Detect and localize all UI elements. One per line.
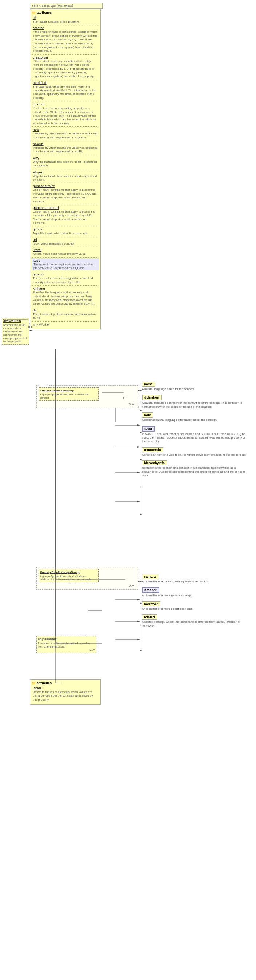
attr-uri: uri A URI which identifies a concept.: [32, 238, 99, 246]
svg-marker-28: [138, 639, 140, 640]
concept-rel-group-box: ConceptRelationshipsGroup A group of pro…: [38, 569, 99, 582]
attributes-label: attributes: [37, 11, 52, 14]
concept-rel-desc: A group of properties required to indica…: [40, 574, 97, 581]
right-item-broader: broader An identifier of a more generic …: [142, 587, 249, 597]
attr-type: type The type of the concept assigned as…: [32, 258, 99, 271]
concept-def-desc: A group of properties required to define…: [40, 393, 97, 399]
attr-typeuri: typeuri The type of the concept assigned…: [32, 272, 99, 285]
bottom-attributes-header: 📁 attributes: [32, 681, 99, 685]
svg-marker-20: [138, 501, 140, 502]
any-other-bottom-desc: Extension point for provider-defined pro…: [38, 642, 95, 648]
main-attributes-box: 📁 attributes id The natural identifier o…: [30, 9, 101, 329]
bottom-attributes-box: 📁 attributes idrefs Refers to the ids of…: [30, 679, 101, 705]
concept-rel-multiplicity: 0..∞: [38, 584, 134, 587]
right-item-definition: definition A natural language definition…: [142, 395, 249, 409]
sequence-indicator: ─── ···: [38, 383, 50, 386]
any-other-bottom-label: any ##other: [38, 637, 95, 641]
attr-custom: custom If set to true the corresponding …: [32, 102, 99, 126]
title-text: FlexT1PropType (extension): [32, 4, 73, 8]
bottom-folder-icon: 📁: [32, 681, 36, 685]
concept-rel-title: ConceptRelationshipsGroup: [40, 571, 97, 574]
any-other-bottom-box: any ##other Extension point for provider…: [36, 636, 96, 653]
right-item-note: note Additional natural language informa…: [142, 412, 249, 422]
concept-def-group-box: ConceptDefinitionGroup A group of proper…: [38, 387, 99, 401]
right-item-facet: facet In NAR 1.8 and later, facet is dep…: [142, 426, 249, 444]
svg-marker-3: [30, 330, 33, 331]
diagram-container: FlexT1PropType (extension) 📁 attributes …: [0, 0, 256, 980]
right-item-remoteinfo: remoteInfo A link to an item or a web re…: [142, 447, 249, 457]
right-panel-def: name A natural language name for the con…: [142, 382, 249, 481]
svg-marker-14: [138, 425, 140, 426]
attr-creator: creator If the property value is not def…: [32, 26, 99, 53]
attr-howuri: howuri Indicates by which means the valu…: [32, 142, 99, 154]
folder-icon: 📁: [32, 11, 36, 14]
derived-from-connector: [28, 316, 39, 327]
attr-qcode: qcode A qualified code which identifies …: [32, 227, 99, 235]
bottom-attributes-label: attributes: [37, 681, 52, 685]
attr-idrefs: idrefs Refers to the ids of elements whi…: [32, 686, 99, 702]
attr-pubconstrainturi: pubconstrainturi One or many constraints…: [32, 206, 99, 226]
attr-whyuri: whyuri Why the metadata has been include…: [32, 170, 99, 182]
right-item-hierarchyinfo: hierarchyInfo Represents the position of…: [142, 460, 249, 477]
right-panel-rel: sameAs An identifier of a concept with e…: [142, 574, 249, 632]
right-item-related: related A related concept, where the rel…: [142, 614, 249, 628]
svg-marker-16: [138, 446, 140, 448]
concept-def-title: ConceptDefinitionGroup: [40, 389, 97, 392]
svg-marker-26: [138, 620, 140, 622]
sequence-group-def: ─── ··· ConceptDefinitionGroup A group o…: [36, 385, 138, 408]
attr-dir: dir The directionality of textual conten…: [32, 308, 99, 320]
derived-from-box: derivedFrom Refers to the list of elemen…: [2, 318, 29, 345]
attr-why: why Why the metadata has been included -…: [32, 156, 99, 168]
attr-xmllang: xmllang Specifies the language of this p…: [32, 286, 99, 306]
right-item-name: name A natural language name for the con…: [142, 382, 249, 391]
any-other-main: any ##other: [33, 323, 98, 326]
concept-def-multiplicity: 0..∞: [38, 402, 134, 406]
attr-creatoruri: creatoruri If the attribute is empty, sp…: [32, 55, 99, 79]
attr-modified: modified The date (and, optionally, the …: [32, 81, 99, 101]
right-item-narrower: narrower An identifier of a more specifi…: [142, 601, 249, 611]
derived-from-desc: Refers to the list of elements whose val…: [3, 323, 28, 344]
sequence-group-rel: ConceptRelationshipsGroup A group of pro…: [36, 567, 138, 590]
attributes-section: 📁 attributes: [32, 11, 99, 14]
attr-literal: literal A literal value assigned as prop…: [32, 248, 99, 256]
attr-pubconstraint: pubconstraint One or many constraints th…: [32, 184, 99, 204]
attr-id: id The natural identifier of the propert…: [32, 16, 99, 24]
svg-marker-18: [138, 472, 140, 473]
svg-marker-24: [138, 599, 140, 600]
attr-how: how Indicates by which means the value w…: [32, 127, 99, 140]
any-other-multiplicity: 0..∞: [38, 648, 95, 652]
title-bar: FlexT1PropType (extension): [30, 3, 102, 9]
right-item-sameas: sameAs An identifier of a concept with e…: [142, 574, 249, 584]
